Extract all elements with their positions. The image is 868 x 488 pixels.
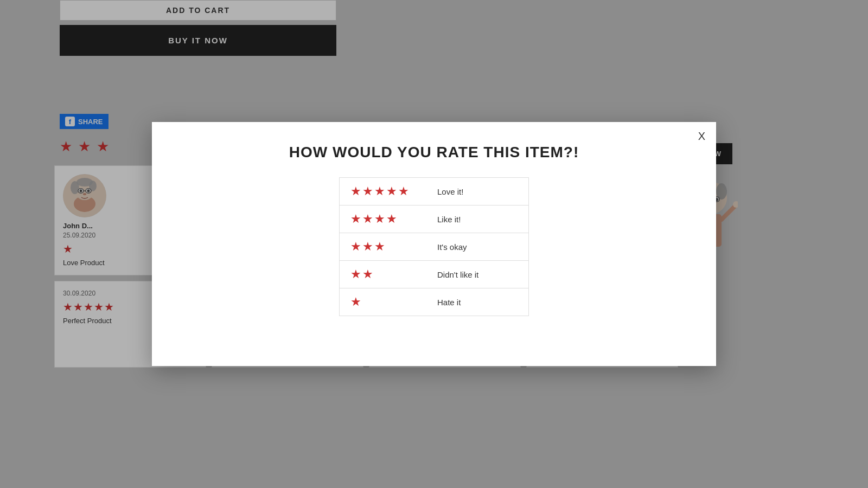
modal-overlay: X HOW WOULD YOU RATE THIS ITEM?! ★★★★★ L… [0, 0, 868, 488]
rating-label-1: Hate it [437, 298, 461, 307]
rating-label-5: Love it! [437, 187, 463, 196]
five-stars: ★★★★★ [350, 184, 426, 198]
rating-option-1[interactable]: ★ Hate it [340, 288, 528, 316]
rating-label-4: Like it! [437, 215, 461, 224]
three-stars: ★★★ [350, 240, 426, 254]
two-stars: ★★ [350, 267, 426, 281]
rating-label-3: It's okay [437, 242, 467, 252]
modal-title: HOW WOULD YOU RATE THIS ITEM?! [179, 144, 689, 161]
four-stars: ★★★★ [350, 212, 426, 226]
rating-option-3[interactable]: ★★★ It's okay [340, 233, 528, 261]
one-star: ★ [350, 295, 426, 309]
rating-option-5[interactable]: ★★★★★ Love it! [340, 178, 528, 206]
rating-options-list: ★★★★★ Love it! ★★★★ Like it! ★★★ It's ok… [339, 177, 529, 316]
modal-close-button[interactable]: X [698, 130, 705, 143]
rating-option-4[interactable]: ★★★★ Like it! [340, 206, 528, 233]
rating-option-2[interactable]: ★★ Didn't like it [340, 261, 528, 288]
rating-modal: X HOW WOULD YOU RATE THIS ITEM?! ★★★★★ L… [152, 122, 716, 366]
rating-label-2: Didn't like it [437, 270, 478, 279]
